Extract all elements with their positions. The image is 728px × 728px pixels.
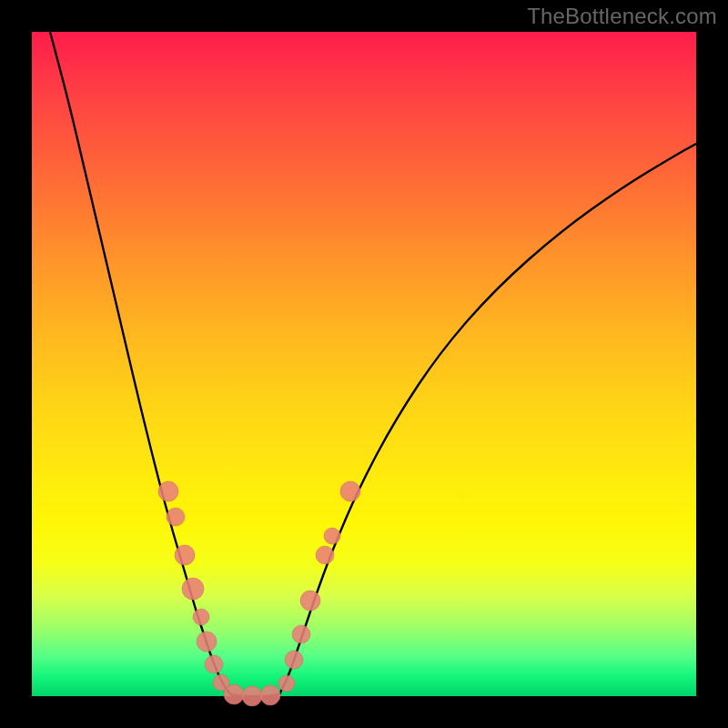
marker-dot — [205, 655, 223, 673]
marker-dot — [278, 675, 295, 692]
marker-dot — [197, 632, 217, 652]
marker-dot — [224, 684, 244, 704]
plot-area — [32, 32, 696, 696]
marker-dot — [167, 508, 185, 526]
watermark-label: TheBottleneck.com — [527, 4, 717, 29]
marker-dot — [242, 686, 262, 706]
marker-dot — [292, 625, 310, 643]
chart-frame: TheBottleneck.com — [0, 0, 728, 728]
marker-dot — [316, 546, 334, 564]
marker-dot — [260, 685, 280, 705]
marker-dot — [193, 609, 209, 625]
marker-dot — [285, 651, 303, 669]
left-curve — [50, 32, 230, 694]
marker-dot — [340, 481, 360, 501]
marker-dot — [300, 591, 320, 611]
marker-dot — [182, 578, 204, 600]
marker-dot — [324, 528, 340, 544]
marker-dot — [158, 481, 178, 501]
marker-group — [158, 481, 360, 706]
curve-layer — [32, 32, 696, 696]
right-curve — [279, 144, 696, 694]
marker-dot — [175, 545, 195, 565]
